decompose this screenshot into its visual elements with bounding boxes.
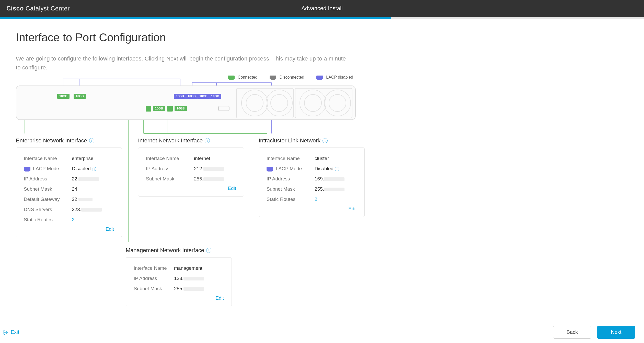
ip-prefix: 169. — [315, 176, 324, 181]
port-10gb: 10GB — [153, 106, 165, 111]
management-card: Interface Namemanagement IP Address123. … — [126, 257, 232, 306]
port-10gb: 10GB — [174, 94, 186, 99]
card-title-text: Management Network Interface — [126, 247, 204, 254]
field-label: Static Routes — [267, 194, 310, 204]
edit-link[interactable]: Edit — [146, 186, 236, 191]
redacted-icon — [78, 177, 99, 181]
brand-rest: Catalyst Center — [24, 5, 70, 12]
redacted-icon — [183, 287, 204, 291]
port-10gb: 10GB — [197, 94, 210, 99]
field-value: enterprise — [72, 153, 94, 164]
port-10gb: 10GB — [175, 106, 187, 111]
field-value: 22. — [72, 174, 99, 184]
edit-link[interactable]: Edit — [134, 295, 224, 301]
port-icon — [146, 106, 151, 112]
field-label: IP Address — [134, 273, 169, 284]
field-value: Disabled — [315, 164, 339, 174]
page-title: Interface to Port Configuration — [16, 31, 628, 44]
gw-prefix: 22. — [72, 197, 78, 202]
cluster-interface-block: Intracluster Link Network Interface Name… — [259, 137, 365, 217]
lacp-icon — [267, 167, 273, 171]
fan-icon — [241, 90, 268, 116]
info-icon[interactable] — [206, 248, 211, 253]
field-label: LACP Mode — [267, 164, 310, 174]
header-bar: Cisco Catalyst Center Advanced Install — [0, 0, 644, 17]
info-icon[interactable] — [89, 138, 94, 143]
exit-icon — [3, 329, 9, 335]
redacted-icon — [203, 167, 224, 171]
vga-port-icon — [218, 106, 229, 111]
field-value: management — [174, 263, 202, 273]
static-routes-link[interactable]: 2 — [315, 194, 317, 204]
diagram-area: 10GB 10GB 10GB 10GB 10GB 10GB 10GB 10GB — [16, 79, 628, 336]
redacted-icon — [78, 198, 93, 201]
page-description: We are going to configure the following … — [16, 54, 348, 72]
field-label: Interface Name — [134, 263, 169, 273]
exit-label: Exit — [11, 329, 19, 335]
field-label: DNS Servers — [24, 204, 67, 215]
enterprise-interface-block: Enterprise Network Interface Interface N… — [16, 137, 122, 237]
card-title-text: Enterprise Network Interface — [16, 137, 87, 144]
port-10gb: 10GB — [186, 94, 198, 99]
info-icon[interactable] — [323, 138, 328, 143]
field-value: 255. — [174, 284, 204, 294]
exit-button[interactable]: Exit — [3, 329, 19, 335]
internet-interface-block: Internet Network Interface Interface Nam… — [138, 137, 244, 197]
redacted-icon — [183, 277, 204, 280]
field-value: 255. — [315, 184, 344, 194]
fan-icon — [266, 90, 293, 116]
field-value: 22. — [72, 194, 93, 204]
back-button[interactable]: Back — [553, 326, 591, 339]
field-value: 123. — [174, 273, 204, 284]
field-label: Subnet Mask — [134, 284, 169, 294]
field-value: cluster — [315, 153, 329, 164]
field-label: Subnet Mask — [267, 184, 310, 194]
field-value: 223. — [72, 204, 102, 215]
lacp-icon — [24, 167, 30, 171]
field-value: 24 — [72, 184, 77, 194]
fan-icon — [324, 90, 351, 116]
internet-card: Interface Nameinternet IP Address212. Su… — [138, 148, 244, 197]
header-title: Advanced Install — [301, 5, 342, 12]
field-label: Static Routes — [24, 215, 67, 225]
field-label: IP Address — [146, 164, 189, 174]
field-label: IP Address — [267, 174, 310, 184]
field-label: Subnet Mask — [24, 184, 67, 194]
port-10gb: 10GB — [74, 94, 86, 99]
edit-link[interactable]: Edit — [267, 206, 357, 212]
lacp-value-text: Disabled — [72, 166, 91, 171]
field-label: Interface Name — [267, 153, 310, 164]
field-label: IP Address — [24, 174, 67, 184]
brand-bold: Cisco — [6, 5, 24, 12]
info-icon[interactable] — [335, 167, 339, 171]
port-icon — [167, 106, 173, 112]
next-button[interactable]: Next — [597, 326, 635, 339]
dns-prefix: 223. — [72, 207, 81, 212]
info-icon[interactable] — [205, 138, 210, 143]
redacted-icon — [324, 177, 344, 181]
cluster-card: Interface Namecluster LACP ModeDisabled … — [259, 148, 365, 217]
main-content: Interface to Port Configuration We are g… — [0, 17, 644, 336]
ip-prefix: 123. — [174, 276, 183, 281]
lacp-value-text: Disabled — [315, 166, 334, 171]
management-interface-block: Management Network Interface Interface N… — [126, 247, 232, 306]
field-value: 255. — [194, 174, 224, 184]
field-value: Disabled — [72, 164, 96, 174]
redacted-icon — [324, 188, 344, 191]
card-title-text: Intracluster Link Network — [259, 137, 320, 144]
mask-prefix: 255. — [315, 186, 324, 192]
static-routes-link[interactable]: 2 — [72, 215, 75, 225]
field-value: internet — [194, 153, 210, 164]
card-title: Enterprise Network Interface — [16, 137, 122, 144]
card-title: Internet Network Interface — [138, 137, 244, 144]
info-icon[interactable] — [92, 167, 96, 171]
edit-link[interactable]: Edit — [24, 226, 114, 232]
brand: Cisco Catalyst Center — [6, 5, 70, 12]
port-10gb: 10GB — [57, 94, 70, 99]
lacp-label-text: LACP Mode — [33, 164, 59, 174]
redacted-icon — [203, 177, 224, 181]
card-title: Management Network Interface — [126, 247, 232, 254]
mask-prefix: 255. — [174, 286, 183, 291]
mask-prefix: 255. — [194, 176, 203, 181]
footer-bar: Exit Back Next — [0, 321, 644, 343]
